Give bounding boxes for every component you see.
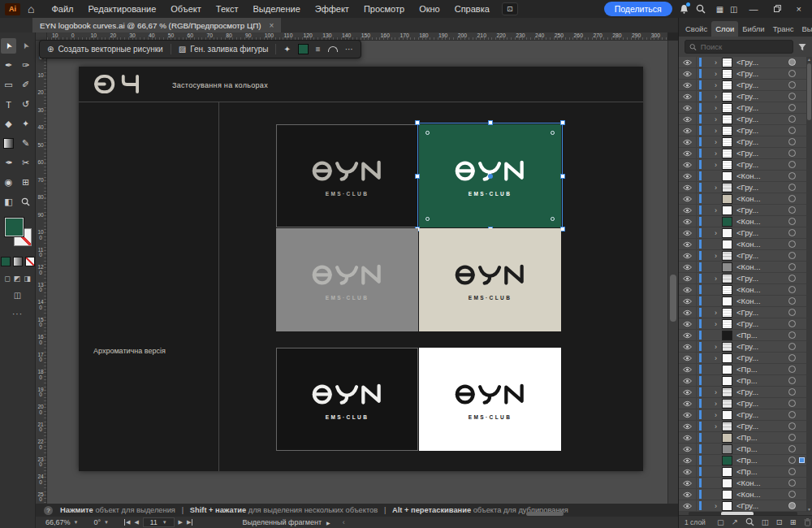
selection-handle[interactable]: [488, 120, 493, 125]
visibility-toggle[interactable]: [679, 239, 697, 249]
expand-arrow-icon[interactable]: ›: [712, 343, 719, 351]
layer-row[interactable]: <Пр...: [679, 466, 807, 478]
expand-arrow-icon[interactable]: ›: [712, 127, 719, 135]
menu-item[interactable]: Просмотр: [356, 0, 412, 18]
visibility-toggle[interactable]: [679, 318, 697, 329]
direct-selection-tool[interactable]: ➤: [18, 38, 33, 54]
expand-arrow-icon[interactable]: ›: [712, 252, 719, 260]
expand-arrow-icon[interactable]: ›: [712, 354, 719, 362]
edit-toolbar-icon[interactable]: ···: [12, 309, 23, 318]
generate-vectors-button[interactable]: ⊕ Создать векторные рисунки: [47, 45, 163, 54]
target-circle[interactable]: [788, 343, 796, 350]
expand-arrow-icon[interactable]: ›: [712, 149, 719, 158]
target-circle[interactable]: [788, 331, 796, 339]
layer-row[interactable]: ›<Гру...: [679, 409, 807, 421]
symbol-sprayer-tool[interactable]: ◉: [1, 175, 16, 190]
visibility-toggle[interactable]: [679, 205, 697, 215]
layer-row[interactable]: ›<Гру...: [679, 159, 807, 171]
visibility-toggle[interactable]: [679, 341, 697, 352]
expand-arrow-icon[interactable]: ›: [712, 388, 719, 396]
canvas-vertical-scrollbar[interactable]: [667, 41, 678, 505]
filter-funnel-icon[interactable]: [798, 43, 806, 51]
screen-mode-icon[interactable]: ◫: [14, 291, 21, 300]
target-circle[interactable]: [788, 172, 796, 180]
expand-arrow-icon[interactable]: ›: [712, 275, 719, 283]
visibility-toggle[interactable]: [679, 444, 697, 454]
layer-row[interactable]: <Кон...: [679, 489, 807, 500]
target-circle[interactable]: [788, 411, 796, 418]
target-circle[interactable]: [788, 366, 796, 373]
rectangle-tool[interactable]: ▭: [1, 77, 16, 93]
panel-tab[interactable]: Библи: [738, 21, 768, 37]
layer-row[interactable]: ›<Гру...: [679, 125, 807, 136]
target-circle[interactable]: [788, 479, 796, 487]
menu-item[interactable]: Объект: [163, 0, 208, 18]
layer-row[interactable]: ›<Гру...: [679, 398, 807, 409]
visibility-toggle[interactable]: [679, 136, 697, 147]
expand-arrow-icon[interactable]: ›: [712, 70, 719, 78]
expand-arrow-icon[interactable]: ›: [712, 320, 719, 328]
collect-for-export-icon[interactable]: ↗: [732, 517, 738, 526]
target-circle[interactable]: [788, 195, 796, 202]
target-circle[interactable]: [788, 127, 796, 134]
expand-arrow-icon[interactable]: ›: [712, 115, 719, 123]
menu-item[interactable]: Редактирование: [81, 0, 164, 18]
panel-tab[interactable]: Слои: [711, 21, 738, 37]
target-circle[interactable]: [788, 263, 796, 270]
layer-row[interactable]: <Кон...: [679, 478, 807, 489]
more-options-icon[interactable]: ···: [345, 45, 353, 54]
target-circle[interactable]: [788, 297, 796, 305]
target-circle[interactable]: [788, 149, 796, 157]
layer-row[interactable]: ›<Гру...: [679, 341, 807, 353]
layer-row[interactable]: ›<Гру...: [679, 318, 807, 330]
target-circle[interactable]: [788, 252, 796, 259]
layer-row[interactable]: <Пр...: [679, 364, 807, 375]
help-icon[interactable]: ?: [44, 506, 53, 515]
expand-arrow-icon[interactable]: ›: [712, 104, 719, 112]
target-circle[interactable]: [788, 240, 796, 248]
document-tab[interactable]: EYN logobook curves.ai @ 66,67 % (RGB/Пр…: [32, 18, 281, 32]
live-corner-widget[interactable]: [425, 217, 430, 221]
visibility-toggle[interactable]: [679, 375, 697, 386]
visibility-toggle[interactable]: [679, 159, 697, 170]
visibility-toggle[interactable]: [679, 296, 697, 306]
target-circle[interactable]: [788, 81, 796, 89]
select-artwork-icon[interactable]: ▢: [717, 517, 724, 526]
expand-arrow-icon[interactable]: ›: [712, 400, 719, 408]
expand-arrow-icon[interactable]: ›: [712, 184, 719, 192]
target-circle[interactable]: [788, 377, 796, 384]
visibility-toggle[interactable]: [679, 227, 697, 238]
target-circle[interactable]: [788, 491, 796, 498]
live-corner-widget[interactable]: [551, 131, 555, 135]
restore-button[interactable]: [770, 4, 785, 14]
layer-row[interactable]: ›<Гру...: [679, 57, 807, 68]
workspace-layout-icon[interactable]: ▦: [716, 5, 723, 14]
layer-row[interactable]: <Пр...: [679, 330, 807, 341]
expand-arrow-icon[interactable]: ›: [712, 309, 719, 317]
target-circle[interactable]: [788, 58, 796, 66]
target-circle[interactable]: [788, 388, 796, 396]
target-circle[interactable]: [788, 434, 796, 441]
logo-tile[interactable]: EMS·CLUB: [419, 228, 561, 331]
selection-handle[interactable]: [560, 120, 565, 125]
panel-tab[interactable]: Транс: [769, 21, 798, 37]
canvas-pasteboard[interactable]: Застосування на кольорах Архроматична ве…: [47, 41, 667, 505]
layer-row[interactable]: <Пр...: [679, 375, 807, 387]
layer-row[interactable]: <Кон...: [679, 171, 807, 182]
notifications-bell-icon[interactable]: [680, 4, 689, 14]
visibility-toggle[interactable]: [679, 171, 697, 181]
visibility-toggle[interactable]: [679, 500, 697, 511]
visibility-toggle[interactable]: [679, 330, 697, 340]
visibility-toggle[interactable]: [679, 478, 697, 488]
minimize-button[interactable]: —: [745, 4, 762, 14]
visibility-toggle[interactable]: [679, 114, 697, 124]
visibility-toggle[interactable]: [679, 148, 697, 158]
gradient-tool[interactable]: [1, 136, 16, 151]
target-circle[interactable]: [788, 422, 796, 430]
expand-arrow-icon[interactable]: ›: [712, 206, 719, 214]
layer-row[interactable]: ›<Гру...: [679, 102, 807, 114]
layer-row[interactable]: ›<Гру...: [679, 500, 807, 512]
target-circle[interactable]: [788, 445, 796, 452]
logo-tile[interactable]: EMS·CLUB: [276, 124, 418, 227]
panel-dock-icon[interactable]: ◫: [730, 5, 737, 14]
